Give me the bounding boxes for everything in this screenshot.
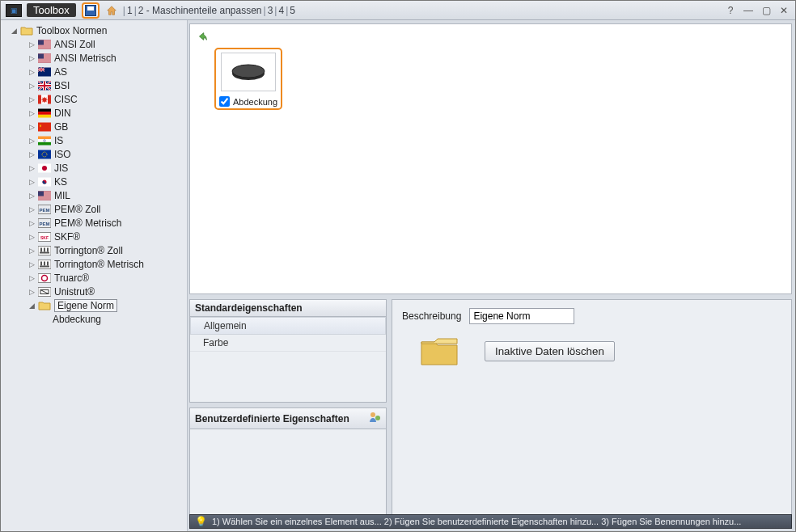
expand-icon[interactable]: ▷ (27, 273, 36, 283)
custom-properties-header: Benutzerdefinierte Eigenschaften (190, 408, 386, 429)
tree-item[interactable]: ▷ANSI Metrisch (25, 51, 187, 65)
expand-icon[interactable]: ▷ (27, 136, 36, 146)
expand-icon[interactable]: ▷ (27, 218, 36, 228)
item-checkbox[interactable] (219, 96, 230, 107)
item-checkbox-row[interactable]: Abdeckung (219, 96, 277, 107)
expand-icon[interactable]: ▷ (27, 122, 36, 132)
tree-item[interactable]: ▷BSI (25, 78, 187, 92)
svg-rect-28 (38, 108, 51, 112)
description-input[interactable] (469, 308, 574, 324)
item-label: Abdeckung (233, 97, 277, 107)
tree-item[interactable]: ▷PEMPEM® Zoll (25, 202, 187, 216)
tree-item[interactable]: ▷JIS (25, 161, 187, 175)
folder-icon[interactable] (418, 334, 460, 368)
tree-leaf-abdeckung[interactable]: Abdeckung (25, 312, 187, 326)
expand-icon[interactable]: ▷ (27, 67, 36, 77)
expand-icon[interactable]: ▷ (27, 53, 36, 63)
svg-rect-12 (38, 61, 51, 61)
expand-icon[interactable]: ▷ (27, 205, 36, 214)
tree-item-label: ANSI Metrisch (54, 53, 116, 64)
status-text: 1) Wählen Sie ein einzelnes Element aus.… (212, 517, 741, 526)
expand-icon[interactable]: ▷ (27, 163, 36, 173)
tree-item[interactable]: ▷ISO (25, 147, 187, 161)
svg-rect-24 (38, 85, 51, 87)
breadcrumb-4[interactable]: 4 (278, 5, 284, 16)
expand-icon[interactable]: ▷ (27, 191, 36, 201)
breadcrumb-1[interactable]: 1 (127, 5, 133, 16)
save-button[interactable] (82, 2, 100, 19)
expand-icon[interactable]: ▷ (27, 108, 36, 118)
flag-icon (38, 286, 51, 298)
home-icon[interactable] (105, 4, 118, 17)
prop-row-farbe[interactable]: Farbe (190, 335, 386, 352)
tree-item[interactable]: ▷PEMPEM® Metrisch (25, 216, 187, 230)
expand-icon[interactable]: ▷ (27, 40, 36, 49)
flag-icon (38, 121, 51, 133)
expand-icon[interactable]: ▷ (27, 287, 36, 297)
breadcrumb-5[interactable]: 5 (290, 5, 295, 16)
tree-item[interactable]: ▷KS (25, 175, 187, 188)
svg-point-72 (370, 412, 375, 417)
tree-item[interactable]: ▷Unistrut® (25, 285, 187, 298)
flag-icon (38, 149, 51, 160)
sidebar: ◢ Toolbox Normen ▷ANSI Zoll▷ANSI Metrisc… (1, 20, 188, 531)
maximize-icon[interactable]: ▢ (760, 4, 773, 17)
tree-item[interactable]: ▷AS (25, 65, 187, 78)
tree-item[interactable]: ▷IS (25, 133, 187, 147)
tree-item[interactable]: ▷SKFSKF® (25, 230, 187, 243)
svg-rect-57 (40, 247, 42, 251)
folder-icon (38, 300, 51, 311)
tree-item-label: AS (54, 66, 67, 78)
expand-icon[interactable]: ▷ (27, 177, 36, 187)
tree-item[interactable]: ▷Torrington® Metrisch (25, 257, 187, 271)
back-icon[interactable] (197, 31, 786, 44)
close-icon[interactable]: ✕ (777, 4, 790, 17)
svg-text:PEM: PEM (39, 221, 49, 226)
flag-icon (38, 190, 51, 201)
description-label: Beschreibung (402, 310, 461, 322)
tree-item-label: ANSI Zoll (54, 39, 95, 50)
tree-item[interactable]: ▷Torrington® Zoll (25, 243, 187, 257)
tree-item-label: Eigene Norm (54, 299, 117, 312)
expand-icon[interactable]: ▷ (27, 246, 36, 255)
svg-rect-27 (48, 95, 51, 103)
svg-rect-5 (38, 47, 51, 48)
tree-item-label: SKF® (54, 231, 80, 243)
breadcrumb-2[interactable]: 2 - Maschinenteile anpassen (138, 5, 262, 16)
minimize-icon[interactable]: — (742, 4, 755, 17)
breadcrumb-sep: | (123, 5, 125, 16)
expand-icon[interactable]: ▷ (27, 81, 36, 91)
flag-icon: PEM (38, 217, 51, 229)
save-icon (85, 5, 96, 16)
breadcrumb-3[interactable]: 3 (268, 5, 273, 16)
tree-item[interactable]: ▷ANSI Zoll (25, 37, 187, 51)
svg-rect-6 (38, 40, 44, 44)
svg-rect-47 (38, 198, 51, 199)
add-property-icon[interactable] (368, 411, 381, 426)
tree-item[interactable]: ▷Truarc® (25, 271, 187, 285)
help-icon[interactable]: ? (724, 4, 737, 17)
expand-icon[interactable]: ▷ (27, 95, 36, 104)
collapse-icon[interactable]: ◢ (27, 301, 36, 310)
tree-item[interactable]: ▷CISC (25, 92, 187, 106)
svg-point-39 (42, 166, 47, 171)
tree-item[interactable]: ▷GB (25, 120, 187, 133)
tree-item-label: Unistrut® (54, 286, 95, 298)
tree-item[interactable]: ▷MIL (25, 188, 187, 202)
expand-icon[interactable]: ▷ (27, 260, 36, 269)
collapse-icon[interactable]: ◢ (9, 26, 19, 36)
titlebar: ▣ Toolbox | 1 | 2 - Maschinenteile anpas… (1, 1, 795, 20)
expand-icon[interactable]: ▷ (27, 232, 36, 242)
tree-root-label: Toolbox Normen (36, 25, 107, 36)
expand-icon[interactable]: ▷ (27, 150, 36, 159)
flag-icon (38, 53, 51, 64)
svg-rect-29 (38, 112, 51, 115)
tree-item-custom-norm[interactable]: ◢ Eigene Norm (25, 298, 187, 312)
tree-item-label: GB (54, 121, 68, 133)
tree-root-row[interactable]: ◢ Toolbox Normen (7, 23, 187, 37)
flag-icon: PEM (38, 204, 51, 215)
tree-item[interactable]: ▷DIN (25, 106, 187, 120)
delete-inactive-button[interactable]: Inaktive Daten löschen (485, 341, 615, 361)
prop-row-allgemein[interactable]: Allgemein (190, 317, 386, 335)
item-card[interactable]: Abdeckung (214, 48, 282, 110)
